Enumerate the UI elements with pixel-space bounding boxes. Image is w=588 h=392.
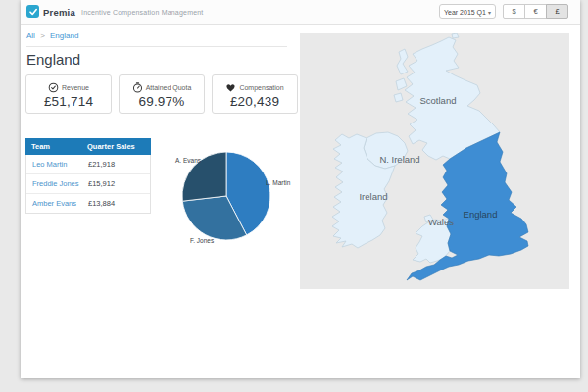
team-member-link[interactable]: Amber Evans bbox=[26, 199, 85, 208]
map-label-ireland: Ireland bbox=[359, 191, 387, 202]
team-sales-table: Team Quarter Sales Leo Martin £21,918 Fr… bbox=[25, 138, 151, 214]
check-circle-icon bbox=[48, 82, 59, 93]
attained-quota-label: Attained Quota bbox=[146, 84, 192, 91]
uk-map-panel: Scotland N. Ireland Ireland Wales Englan… bbox=[300, 33, 569, 289]
app-tagline: Incentive Compensation Management bbox=[81, 9, 204, 16]
currency-toggle-group: $ € £ bbox=[503, 4, 568, 19]
breadcrumb-separator: > bbox=[40, 31, 45, 40]
top-bar: Premia Incentive Compensation Management… bbox=[21, 0, 580, 24]
table-row: Freddie Jones £15,912 bbox=[26, 174, 150, 194]
period-selector-button[interactable]: Year 2015 Q1▾ bbox=[439, 4, 496, 19]
map-label-england: England bbox=[464, 209, 498, 220]
pie-label-evans: A. Evans bbox=[175, 157, 201, 164]
pie-label-jones: F. Jones bbox=[190, 237, 214, 244]
map-label-scotland: Scotland bbox=[420, 95, 457, 106]
map-region-isle bbox=[394, 93, 403, 102]
attained-quota-value: 69.97% bbox=[120, 94, 204, 109]
period-selector-label: Year 2015 Q1 bbox=[444, 9, 486, 16]
team-member-link[interactable]: Leo Martin bbox=[26, 160, 85, 169]
quarter-sales-pie-chart: A. Evans L. Martin F. Jones bbox=[162, 139, 294, 249]
heart-icon bbox=[225, 82, 236, 93]
map-label-wales: Wales bbox=[428, 217, 454, 227]
table-row: Amber Evans £13,884 bbox=[26, 194, 150, 213]
team-member-link[interactable]: Freddie Jones bbox=[26, 179, 85, 188]
revenue-value: £51,714 bbox=[26, 94, 111, 109]
map-region-orkney bbox=[452, 33, 459, 38]
compensation-card: Compensation £20,439 bbox=[212, 74, 298, 114]
check-glyph bbox=[28, 7, 38, 17]
currency-usd-button[interactable]: $ bbox=[503, 4, 525, 19]
table-header-team: Team bbox=[25, 142, 84, 151]
compensation-value: £20,439 bbox=[213, 94, 297, 109]
breadcrumb-all-link[interactable]: All bbox=[26, 31, 35, 40]
revenue-card: Revenue £51,714 bbox=[25, 74, 112, 114]
breadcrumb: All > England bbox=[26, 31, 78, 40]
quarter-sales-value: £21,918 bbox=[85, 160, 150, 169]
premia-logo-icon[interactable] bbox=[26, 5, 39, 18]
breadcrumb-divider bbox=[26, 46, 287, 47]
table-row: Leo Martin £21,918 bbox=[26, 155, 150, 174]
map-region-skye bbox=[396, 78, 407, 90]
currency-gbp-button[interactable]: £ bbox=[546, 4, 568, 19]
map-region-hebrides bbox=[397, 49, 408, 74]
stopwatch-icon bbox=[132, 82, 143, 93]
app-window: Premia Incentive Compensation Management… bbox=[21, 0, 580, 378]
page-title: England bbox=[26, 51, 80, 68]
compensation-label: Compensation bbox=[239, 84, 283, 91]
map-label-n-ireland: N. Ireland bbox=[379, 154, 419, 165]
chevron-down-icon: ▾ bbox=[488, 10, 491, 16]
attained-quota-card: Attained Quota 69.97% bbox=[119, 74, 205, 114]
table-header-row: Team Quarter Sales bbox=[25, 138, 151, 155]
currency-eur-button[interactable]: € bbox=[524, 4, 547, 19]
pie-label-martin: L. Martin bbox=[266, 179, 290, 186]
brand-name[interactable]: Premia bbox=[43, 7, 75, 18]
quarter-sales-value: £13,884 bbox=[85, 199, 150, 208]
quarter-sales-value: £15,912 bbox=[85, 179, 150, 188]
revenue-label: Revenue bbox=[62, 84, 89, 91]
breadcrumb-england-link[interactable]: England bbox=[50, 31, 78, 40]
table-header-quarter-sales: Quarter Sales bbox=[84, 142, 151, 151]
